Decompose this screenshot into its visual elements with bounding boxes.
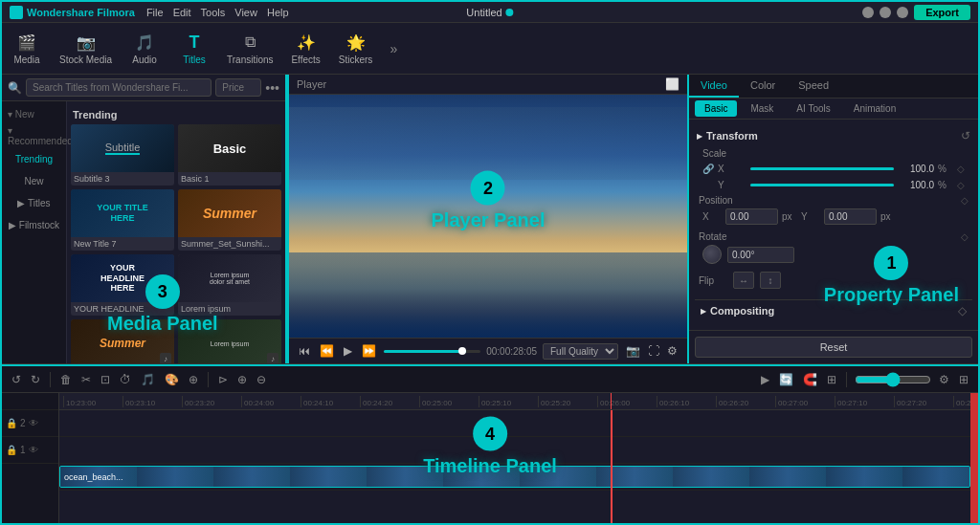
close-button[interactable] <box>897 7 908 18</box>
stickers-icon: 🌟 <box>345 32 367 53</box>
fast-forward-button[interactable]: ⏩ <box>360 342 378 360</box>
playhead-handle[interactable] <box>970 393 978 525</box>
tool-audio[interactable]: 🎵 Audio <box>127 32 162 65</box>
play-button[interactable]: ▶ <box>342 342 354 360</box>
list-item[interactable]: Basic Basic 1 <box>178 124 281 186</box>
maximize-button[interactable] <box>880 7 891 18</box>
nav-trending[interactable]: Trending <box>2 148 66 170</box>
search-more-icon[interactable]: ••• <box>265 80 279 96</box>
popout-icon[interactable]: ⬜ <box>665 77 679 91</box>
list-item[interactable]: Summer ♪ Summer Set Sunshi... <box>71 319 174 363</box>
scale-y-slider[interactable] <box>750 184 894 186</box>
position-y-input[interactable] <box>824 208 877 225</box>
prev-frame-button[interactable]: ⏮ <box>297 342 312 360</box>
sound-icon: ♪ <box>160 353 171 363</box>
tl-split-button[interactable]: ✂ <box>79 371 93 388</box>
tl-speed-button[interactable]: ⏱ <box>118 371 133 388</box>
tl-zoom-out-button[interactable]: ⊖ <box>255 371 268 388</box>
tl-zoom-in-button[interactable]: ⊕ <box>235 371 249 388</box>
rotate-input[interactable] <box>727 247 794 263</box>
transform-reset-icon[interactable]: ↺ <box>961 129 970 142</box>
tl-undo-button[interactable]: ↺ <box>10 371 23 388</box>
list-item[interactable]: Summer Summer_Set_Sunshi... <box>178 189 281 251</box>
timeline-content: 🔒 2 👁 🔒 1 👁 10:23:00 00:23:10 00: <box>2 393 978 525</box>
newtitle7-thumbnail: YOUR TITLEHERE <box>71 189 174 237</box>
quality-select[interactable]: Full Quality <box>543 343 618 360</box>
subtab-animation[interactable]: Animation <box>844 100 905 117</box>
position-reset[interactable]: ◇ <box>961 195 969 206</box>
compositing-reset-icon[interactable]: ◇ <box>958 304 967 317</box>
toolbar-expand-icon[interactable]: » <box>390 41 398 56</box>
timeline-zoom-slider[interactable] <box>855 372 931 387</box>
subtab-aitools[interactable]: AI Tools <box>787 100 839 117</box>
price-filter[interactable] <box>215 78 261 97</box>
player-video[interactable] <box>289 95 687 338</box>
tool-media[interactable]: 🎬 Media <box>10 32 44 65</box>
nav-titles[interactable]: ▶ Titles <box>2 192 66 214</box>
tl-grid-button[interactable]: ⊞ <box>957 371 970 388</box>
fullscreen-button[interactable]: ⛶ <box>646 342 661 360</box>
list-item[interactable]: Lorem ipsumdolor sit amet Lorem ipsum <box>178 254 281 316</box>
tl-marker-button[interactable]: ⊳ <box>216 371 230 388</box>
minimize-button[interactable] <box>862 7 874 18</box>
tl-redo-button[interactable]: ↻ <box>29 371 42 388</box>
scale-x-slider[interactable] <box>750 167 894 170</box>
tl-fit-button[interactable]: ⊞ <box>825 371 838 388</box>
rotate-dial[interactable] <box>702 245 722 264</box>
search-input[interactable] <box>26 78 212 97</box>
menu-edit[interactable]: Edit <box>173 7 191 18</box>
reset-button[interactable]: Reset <box>695 337 972 358</box>
list-item[interactable]: Lorem ipsum ♪ Title_41 <box>178 319 281 363</box>
tl-play-button[interactable]: ▶ <box>759 371 771 388</box>
tab-color[interactable]: Color <box>739 75 787 98</box>
brand: Wondershare Filmora <box>10 6 135 19</box>
tab-video[interactable]: Video <box>689 75 739 98</box>
scale-x-reset[interactable]: ◇ <box>957 164 965 174</box>
effects-icon: ✨ <box>296 32 317 53</box>
tl-delete-button[interactable]: 🗑 <box>58 371 74 388</box>
video-clip[interactable]: ocean_beach... <box>59 466 970 488</box>
pos-y-unit: px <box>880 211 896 222</box>
progress-thumb <box>458 347 466 355</box>
lorem-label: Lorem ipsum <box>178 302 281 316</box>
tool-effects[interactable]: ✨ Effects <box>289 32 323 65</box>
player-panel: Player ⬜ ⏮ ⏪ ▶ ⏩ 00:00:28:05 <box>287 75 689 363</box>
export-button[interactable]: Export <box>914 5 970 20</box>
list-item[interactable]: Subtitle Subtitle 3 <box>71 124 174 186</box>
menu-file[interactable]: File <box>146 7 164 18</box>
progress-fill <box>384 350 466 353</box>
tool-stickers[interactable]: 🌟 Stickers <box>339 32 373 65</box>
tool-stock-media[interactable]: 📷 Stock Media <box>59 32 112 65</box>
list-item[interactable]: YOURHEADLINEHERE YOUR HEADLINE <box>71 254 174 316</box>
tl-color-button[interactable]: 🎨 <box>163 371 181 388</box>
tl-audio-button[interactable]: 🎵 <box>139 371 157 388</box>
menu-view[interactable]: View <box>234 7 257 18</box>
menu-tools[interactable]: Tools <box>201 7 226 18</box>
nav-new[interactable]: New <box>2 170 66 192</box>
settings-button[interactable]: ⚙ <box>665 342 679 360</box>
flip-horizontal-button[interactable]: ↔ <box>733 272 754 289</box>
tl-render-button[interactable]: 🔄 <box>777 371 795 388</box>
playback-progress[interactable] <box>384 350 480 353</box>
eye-icon-2[interactable]: 👁 <box>29 445 38 455</box>
flip-vertical-button[interactable]: ↕ <box>760 272 781 289</box>
menu-help[interactable]: Help <box>267 7 289 18</box>
tool-transitions[interactable]: ⧉ Transitions <box>227 32 274 65</box>
tab-speed[interactable]: Speed <box>787 75 840 98</box>
snapshot-button[interactable]: 📷 <box>624 342 642 360</box>
tl-options-button[interactable]: ⚙ <box>937 371 951 388</box>
rotate-reset[interactable]: ◇ <box>961 231 969 242</box>
scale-y-reset[interactable]: ◇ <box>957 180 965 190</box>
tl-crop-button[interactable]: ⊡ <box>99 371 112 388</box>
rewind-button[interactable]: ⏪ <box>318 342 336 360</box>
list-item[interactable]: YOUR TITLEHERE New Title 7 <box>71 189 174 251</box>
tl-stabilize-button[interactable]: ⊕ <box>187 371 200 388</box>
tool-titles[interactable]: T Titles <box>177 32 212 65</box>
position-x-input[interactable] <box>725 208 778 225</box>
subtab-mask[interactable]: Mask <box>741 100 783 117</box>
eye-icon[interactable]: 👁 <box>29 418 38 428</box>
nav-filmstock[interactable]: ▶ Filmstock <box>2 214 66 236</box>
tl-snap-button[interactable]: 🧲 <box>801 371 819 388</box>
transform-header[interactable]: ▸ Transform ↺ <box>695 125 972 146</box>
subtab-basic[interactable]: Basic <box>695 100 737 117</box>
